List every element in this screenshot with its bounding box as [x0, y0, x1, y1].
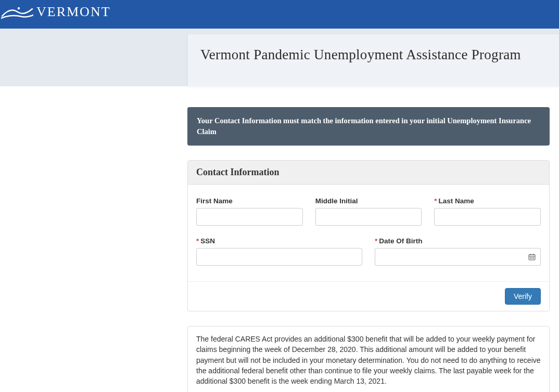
dob-label: *Date Of Birth [375, 237, 541, 245]
mountain-swoosh-icon [1, 5, 33, 19]
required-star-icon: * [375, 237, 377, 245]
required-star-icon: * [196, 237, 199, 245]
last-name-input[interactable] [434, 208, 541, 226]
verify-button[interactable]: Verify [505, 288, 541, 305]
panel-header: Contact Information [188, 161, 549, 185]
middle-initial-group: Middle Initial [315, 197, 422, 226]
notice-text: Your Contact Information must match the … [197, 116, 531, 136]
contact-info-panel: Contact Information First Name Middle In… [187, 160, 550, 311]
dob-input[interactable] [375, 248, 541, 266]
ssn-group: *SSN [196, 237, 362, 266]
last-name-group: *Last Name [434, 197, 541, 226]
first-name-group: First Name [196, 197, 303, 226]
svg-point-0 [18, 7, 20, 9]
sub-header: Vermont Pandemic Unemployment Assistance… [0, 29, 559, 86]
middle-initial-label: Middle Initial [315, 197, 422, 205]
brand-logo: VERMONT [1, 4, 559, 20]
form-row-name: First Name Middle Initial *Last Name [196, 197, 541, 226]
dob-group: *Date Of Birth [375, 237, 541, 266]
brand-text: VERMONT [36, 4, 111, 20]
ssn-input[interactable] [196, 248, 362, 266]
panel-body: First Name Middle Initial *Last Name *SS… [188, 185, 549, 281]
form-row-ssn-dob: *SSN *Date Of Birth [196, 237, 541, 266]
main-content: Your Contact Information must match the … [187, 86, 559, 392]
ssn-label-text: SSN [200, 237, 215, 245]
cares-act-text: The federal CARES Act provides an additi… [196, 335, 541, 385]
last-name-label: *Last Name [434, 197, 541, 205]
middle-initial-input[interactable] [315, 208, 422, 226]
last-name-label-text: Last Name [439, 197, 474, 205]
first-name-input[interactable] [196, 208, 303, 226]
dob-input-wrapper [375, 248, 541, 266]
ssn-label: *SSN [196, 237, 362, 245]
cares-act-info: The federal CARES Act provides an additi… [187, 326, 550, 392]
panel-footer: Verify [188, 281, 549, 311]
page-title-box: Vermont Pandemic Unemployment Assistance… [187, 34, 559, 86]
required-star-icon: * [434, 197, 437, 205]
page-title: Vermont Pandemic Unemployment Assistance… [200, 47, 547, 63]
dob-label-text: Date Of Birth [379, 237, 422, 245]
first-name-label: First Name [196, 197, 303, 205]
notice-banner: Your Contact Information must match the … [187, 107, 550, 146]
top-header: VERMONT [0, 0, 559, 29]
